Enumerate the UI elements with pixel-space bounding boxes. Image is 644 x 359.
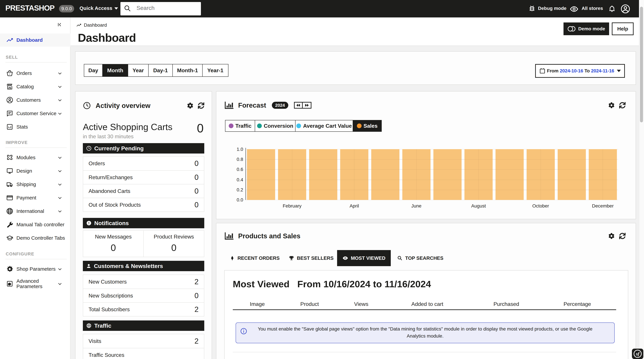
svg-text:1.0: 1.0: [237, 147, 243, 152]
svg-text:August: August: [471, 203, 486, 209]
svg-text:February: February: [283, 203, 302, 209]
svg-text:April: April: [350, 203, 359, 209]
svg-text:0.2: 0.2: [237, 187, 243, 192]
svg-text:October: October: [532, 203, 549, 209]
svg-text:December: December: [592, 203, 614, 209]
svg-text:0.8: 0.8: [237, 157, 243, 162]
svg-text:0.0: 0.0: [237, 197, 243, 202]
svg-text:0.6: 0.6: [237, 167, 243, 172]
svg-text:June: June: [411, 203, 422, 209]
svg-text:0.4: 0.4: [237, 177, 243, 182]
